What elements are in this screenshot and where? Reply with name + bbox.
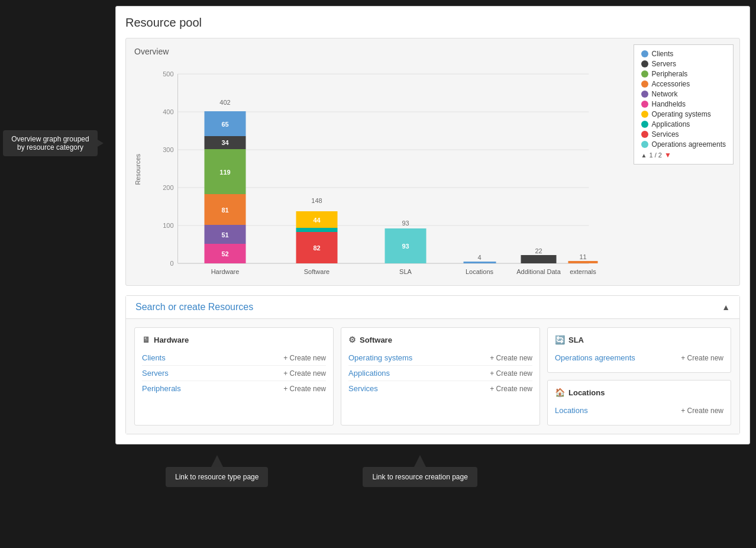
hardware-title: Hardware xyxy=(154,336,189,344)
svg-text:51: 51 xyxy=(221,231,228,238)
servers-row: Servers + Create new xyxy=(142,366,326,381)
applications-create[interactable]: + Create new xyxy=(490,369,532,378)
svg-text:externals: externals xyxy=(570,268,596,275)
svg-text:Locations: Locations xyxy=(466,268,494,275)
peripherals-link[interactable]: Peripherals xyxy=(142,384,181,393)
legend-dot-peripherals xyxy=(641,70,648,78)
locations-card-header: 🏠 Locations xyxy=(555,388,723,397)
search-title: Search or create Resources xyxy=(135,302,253,312)
services-row: Services + Create new xyxy=(348,381,532,396)
link-creation-arrow-svg xyxy=(414,455,426,467)
svg-text:500: 500 xyxy=(163,70,173,78)
svg-text:65: 65 xyxy=(221,121,228,128)
svg-text:82: 82 xyxy=(313,244,320,252)
software-card-header: ⚙ Software xyxy=(348,335,532,344)
software-card: ⚙ Software Operating systems + Create ne… xyxy=(341,327,540,425)
svg-text:81: 81 xyxy=(221,207,228,214)
sla-title: SLA xyxy=(568,336,584,344)
y-axis-label: Resources xyxy=(134,154,141,185)
applications-link[interactable]: Applications xyxy=(348,369,390,378)
software-title: Software xyxy=(360,336,392,344)
servers-link[interactable]: Servers xyxy=(142,369,169,378)
svg-text:402: 402 xyxy=(219,99,230,106)
legend-dot-servers xyxy=(641,60,648,67)
os-row: Operating systems + Create new xyxy=(348,350,532,366)
legend-item-os: Operating systems xyxy=(641,110,726,118)
clients-link[interactable]: Clients xyxy=(142,353,166,362)
legend-item-accessories: Accessories xyxy=(641,80,726,88)
chart-legend: Clients Servers Peripherals Accessories … xyxy=(634,44,734,165)
os-link[interactable]: Operating systems xyxy=(348,353,412,362)
svg-rect-31 xyxy=(296,228,338,232)
chart-section: Overview Clients Servers Peripherals Acc… xyxy=(125,38,740,286)
locations-create[interactable]: + Create new xyxy=(681,407,723,415)
legend-pagination[interactable]: ▲ 1 / 2 ▼ xyxy=(641,151,726,159)
sla-icon: 🔄 xyxy=(555,335,565,344)
services-create[interactable]: + Create new xyxy=(490,385,532,393)
hardware-card-header: 🖥 Hardware xyxy=(142,335,326,344)
legend-dot-handhelds xyxy=(641,101,648,108)
resource-cards-container: 🖥 Hardware Clients + Create new Servers … xyxy=(126,319,739,434)
legend-dot-os xyxy=(641,111,648,118)
svg-text:119: 119 xyxy=(219,169,230,176)
locations-icon: 🏠 xyxy=(555,388,565,397)
main-content: Resource pool Overview Clients Servers P… xyxy=(115,6,750,444)
clients-row: Clients + Create new xyxy=(142,350,326,366)
svg-text:44: 44 xyxy=(313,217,321,224)
svg-text:11: 11 xyxy=(579,253,586,260)
legend-item-servers: Servers xyxy=(641,60,726,68)
peripherals-row: Peripherals + Create new xyxy=(142,381,326,396)
servers-create[interactable]: + Create new xyxy=(283,369,326,378)
svg-text:34: 34 xyxy=(221,139,229,146)
legend-dot-network xyxy=(641,91,648,98)
svg-text:0: 0 xyxy=(170,260,173,267)
legend-item-clients: Clients xyxy=(641,50,726,58)
ops-agreements-row: Operations agreements + Create new xyxy=(555,350,723,365)
legend-item-peripherals: Peripherals xyxy=(641,70,726,78)
legend-dot-ops xyxy=(641,141,648,148)
os-create[interactable]: + Create new xyxy=(490,354,532,362)
locations-link[interactable]: Locations xyxy=(555,406,588,415)
legend-dot-accessories xyxy=(641,80,648,88)
svg-rect-46 xyxy=(568,261,598,263)
svg-text:4: 4 xyxy=(477,254,481,261)
legend-item-network: Network xyxy=(641,90,726,98)
svg-text:200: 200 xyxy=(163,184,173,191)
peripherals-create[interactable]: + Create new xyxy=(283,385,326,393)
search-section: Search or create Resources ▲ 🖥 Hardware … xyxy=(125,295,740,434)
svg-text:100: 100 xyxy=(163,222,173,229)
svg-marker-48 xyxy=(211,455,223,467)
hardware-icon: 🖥 xyxy=(142,335,150,344)
overview-graph-tooltip: Overview graph grouped by resource categ… xyxy=(3,130,98,156)
collapse-button[interactable]: ▲ xyxy=(722,302,730,312)
locations-title: Locations xyxy=(568,388,605,397)
link-type-tooltip-container: Link to resource type page xyxy=(166,455,268,487)
legend-dot-applications xyxy=(641,121,648,128)
link-creation-tooltip: Link to resource creation page xyxy=(363,467,477,487)
svg-text:400: 400 xyxy=(163,108,173,115)
bottom-tooltips: Link to resource type page Link to resou… xyxy=(0,450,756,493)
link-type-tooltip: Link to resource type page xyxy=(166,467,268,487)
sla-card: 🔄 SLA Operations agreements + Create new xyxy=(547,327,731,373)
hardware-card: 🖥 Hardware Clients + Create new Servers … xyxy=(134,327,334,425)
legend-dot-services xyxy=(641,131,648,138)
legend-item-ops-agreements: Operations agreements xyxy=(641,140,726,149)
ops-agreements-create[interactable]: + Create new xyxy=(681,354,723,362)
services-link[interactable]: Services xyxy=(348,384,378,393)
sla-card-header: 🔄 SLA xyxy=(555,335,723,344)
svg-rect-43 xyxy=(521,255,557,263)
svg-text:52: 52 xyxy=(221,250,228,257)
svg-rect-40 xyxy=(464,262,496,263)
page-title: Resource pool xyxy=(125,16,740,30)
link-creation-tooltip-container: Link to resource creation page xyxy=(363,455,477,487)
ops-agreements-link[interactable]: Operations agreements xyxy=(555,353,635,362)
clients-create[interactable]: + Create new xyxy=(283,354,326,362)
search-header: Search or create Resources ▲ xyxy=(126,296,739,319)
legend-item-handhelds: Handhelds xyxy=(641,100,726,108)
svg-text:148: 148 xyxy=(311,197,322,204)
svg-marker-49 xyxy=(414,455,426,467)
svg-text:22: 22 xyxy=(535,247,542,254)
bar-chart-svg: 500 400 300 200 100 0 xyxy=(145,62,613,275)
software-icon: ⚙ xyxy=(348,335,356,344)
svg-text:Software: Software xyxy=(304,268,329,275)
